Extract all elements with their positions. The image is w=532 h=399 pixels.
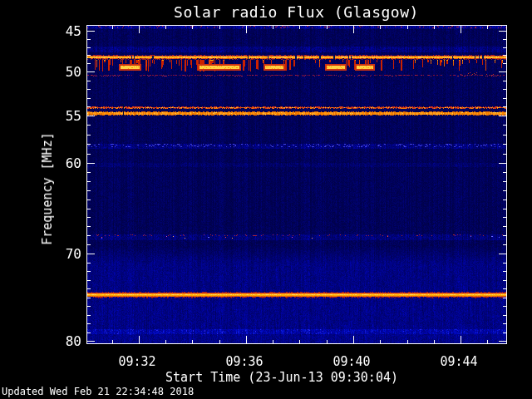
y-tick-label: 45 — [32, 23, 81, 39]
y-tick-label: 60 — [32, 155, 81, 171]
y-axis-label: Frequency [MHz] — [40, 132, 55, 244]
x-tick-label: 09:44 — [430, 354, 488, 369]
x-tick-label: 09:36 — [215, 354, 273, 369]
y-tick-label: 50 — [32, 64, 81, 80]
solar-radio-spectrogram-page: Solar radio Flux (Glasgow) Frequency [MH… — [0, 0, 532, 399]
chart-title: Solar radio Flux (Glasgow) — [86, 3, 506, 21]
updated-timestamp: Updated Wed Feb 21 22:34:48 2018 — [2, 386, 194, 397]
y-tick-label: 70 — [32, 246, 81, 262]
x-tick-label: 09:32 — [108, 354, 166, 369]
x-axis-label: Start Time (23-Jun-13 09:30:04) — [86, 370, 477, 385]
y-tick-label: 80 — [32, 333, 81, 349]
y-tick-label: 55 — [32, 108, 81, 124]
x-tick-label: 09:40 — [323, 354, 381, 369]
